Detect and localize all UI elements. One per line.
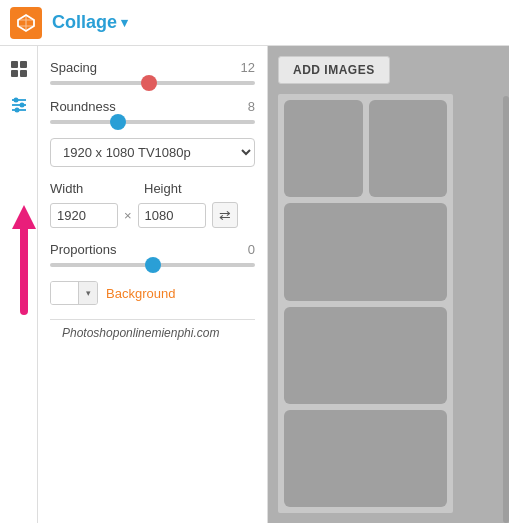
dimensions-inputs: × ⇄ [50, 202, 255, 228]
resolution-select[interactable]: 1920 x 1080 TV1080p 1280 x 720 HD 3840 x… [50, 138, 255, 167]
settings-panel: Spacing 12 Roundness 8 1920 x 1080 TV108… [38, 46, 268, 523]
proportions-label-row: Proportions 0 [50, 242, 255, 257]
swap-dimensions-button[interactable]: ⇄ [212, 202, 238, 228]
collage-title-text: Collage [52, 12, 117, 33]
background-swatch-button[interactable]: ▾ [50, 281, 98, 305]
svg-rect-3 [11, 70, 18, 77]
adjustments-icon[interactable] [4, 90, 34, 120]
add-images-button[interactable]: ADD IMAGES [278, 56, 390, 84]
proportions-row: Proportions 0 [50, 242, 255, 267]
roundness-label: Roundness [50, 99, 116, 114]
roundness-value: 8 [248, 99, 255, 114]
dimensions-labels: Width Height [50, 181, 255, 196]
swap-icon: ⇄ [219, 207, 231, 223]
svg-rect-2 [20, 61, 27, 68]
svg-point-8 [19, 103, 24, 108]
collage-title[interactable]: Collage ▾ [52, 12, 128, 33]
roundness-label-row: Roundness 8 [50, 99, 255, 114]
background-row: ▾ Background [50, 281, 255, 305]
collage-row-3 [284, 307, 447, 404]
height-label: Height [144, 181, 182, 196]
main-layout: Spacing 12 Roundness 8 1920 x 1080 TV108… [0, 46, 509, 523]
width-label: Width [50, 181, 120, 196]
collage-preview [278, 94, 453, 513]
collage-dropdown-chevron: ▾ [121, 15, 128, 30]
proportions-slider[interactable] [50, 263, 255, 267]
svg-rect-4 [20, 70, 27, 77]
collage-cell-1-2[interactable] [369, 100, 448, 197]
collage-cell-1-1[interactable] [284, 100, 363, 197]
scrollbar[interactable] [503, 96, 509, 523]
collage-row-4 [284, 410, 447, 507]
spacing-label-row: Spacing 12 [50, 60, 255, 75]
spacing-slider[interactable] [50, 81, 255, 85]
collage-cell-4-1[interactable] [284, 410, 447, 507]
dimensions-row: Width Height × ⇄ [50, 181, 255, 228]
watermark-text: Photoshoponlinemienphi.com [50, 319, 255, 346]
arrow-annotation [6, 201, 42, 324]
spacing-value: 12 [241, 60, 255, 75]
resolution-dropdown-row[interactable]: 1920 x 1080 TV1080p 1280 x 720 HD 3840 x… [50, 138, 255, 167]
collage-cell-2-1[interactable] [284, 203, 447, 300]
background-swatch-arrow: ▾ [79, 282, 97, 304]
roundness-slider[interactable] [50, 120, 255, 124]
proportions-label: Proportions [50, 242, 116, 257]
svg-rect-1 [11, 61, 18, 68]
spacing-label: Spacing [50, 60, 97, 75]
spacing-row: Spacing 12 [50, 60, 255, 85]
grid-layout-icon[interactable] [4, 54, 34, 84]
height-input[interactable] [138, 203, 206, 228]
roundness-row: Roundness 8 [50, 99, 255, 124]
background-label: Background [106, 286, 175, 301]
icon-sidebar [0, 46, 38, 523]
top-bar: Collage ▾ [0, 0, 509, 46]
x-separator: × [124, 208, 132, 223]
svg-point-10 [14, 108, 19, 113]
collage-row-2 [284, 203, 447, 300]
collage-cell-3-1[interactable] [284, 307, 447, 404]
collage-row-1 [284, 100, 447, 197]
watermark-label: Photoshoponlinemienphi.com [62, 326, 219, 340]
canvas-area: ADD IMAGES [268, 46, 509, 523]
width-input[interactable] [50, 203, 118, 228]
proportions-value: 0 [248, 242, 255, 257]
background-color-swatch [51, 282, 79, 304]
svg-marker-11 [12, 205, 36, 229]
svg-point-6 [13, 98, 18, 103]
app-logo[interactable] [10, 7, 42, 39]
